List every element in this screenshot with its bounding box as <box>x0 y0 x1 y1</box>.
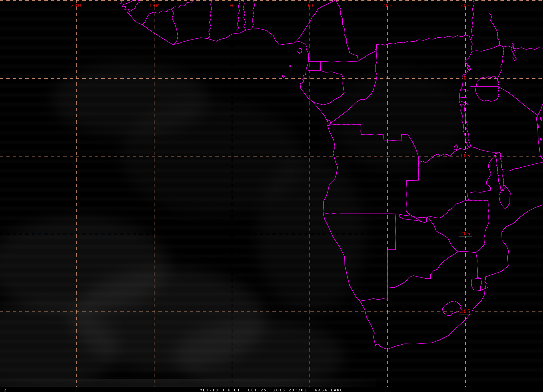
caption-datetime: OCT 25, 2016 23:30Z <box>248 388 307 392</box>
latitude-label-10S: 10S <box>459 153 472 159</box>
caption-credit: NASA LARC <box>315 388 343 392</box>
caption-bar: MET-10 0.6 C1OCT 25, 2016 23:30ZNASA LAR… <box>0 387 543 392</box>
latitude-label-20S: 20S <box>459 231 472 236</box>
frame-number: 2 <box>4 388 6 392</box>
longitude-label-30E: 30E <box>460 3 471 8</box>
longitude-label-10W: 10W <box>149 3 160 8</box>
latitude-label-30S: 30S <box>459 309 472 314</box>
longitude-label-0: 0 <box>230 3 234 8</box>
caption-text: MET-10 0.6 C1OCT 25, 2016 23:30ZNASA LAR… <box>200 388 343 392</box>
latitude-label-0: 0 <box>463 75 468 81</box>
caption-satellite: MET-10 0.6 C1 <box>200 388 240 392</box>
longitude-label-10E: 10E <box>304 3 315 8</box>
sensor-scanline-texture <box>0 0 543 387</box>
satellite-image-viewport: 20W10W010E20E30E010S20S30S MET-10 0.6 C1… <box>0 0 543 392</box>
longitude-label-20E: 20E <box>382 3 393 8</box>
longitude-label-20W: 20W <box>71 3 82 8</box>
